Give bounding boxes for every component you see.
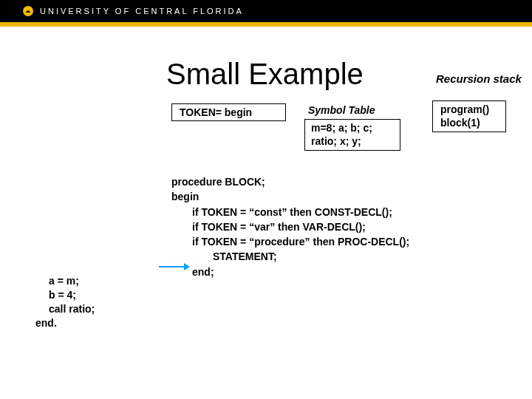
procedure-block-code: procedure BLOCK; begin if TOKEN = “const…	[171, 174, 409, 279]
code-line: if TOKEN = “const” then CONST-DECL();	[171, 205, 409, 219]
code-line: procedure BLOCK;	[171, 174, 409, 189]
code-line: b = 4;	[35, 288, 95, 302]
arrow-icon	[159, 263, 190, 270]
recursion-stack-box: program() block(1)	[432, 100, 506, 132]
stack-line-1: program()	[440, 103, 498, 117]
university-name: UNIVERSITY OF CENTRAL FLORIDA	[40, 7, 244, 16]
code-line: begin	[171, 189, 409, 204]
code-line: call ratio;	[35, 302, 95, 316]
pegasus-logo-icon	[22, 5, 34, 17]
symbol-line-2: ratio; x; y;	[311, 135, 394, 149]
code-line: a = m;	[35, 274, 95, 288]
slide-title: Small Example	[166, 58, 364, 91]
code-line: if TOKEN = “var” then VAR-DECL();	[171, 219, 409, 234]
header-bar: UNIVERSITY OF CENTRAL FLORIDA	[0, 0, 532, 22]
symbol-line-1: m=8; a; b; c;	[311, 122, 394, 135]
sample-program-code: a = m; b = 4; call ratio; end.	[35, 274, 95, 330]
code-line: end.	[35, 316, 95, 330]
slide-content: Small Example Recursion stack TOKEN= beg…	[0, 27, 532, 399]
code-line: if TOKEN = “procedure” then PROC-DECL();	[171, 234, 409, 249]
symbol-table-label: Symbol Table	[308, 104, 375, 116]
symbol-table-box: m=8; a; b; c; ratio; x; y;	[304, 119, 400, 151]
stack-line-2: block(1)	[440, 117, 498, 130]
token-box: TOKEN= begin	[171, 103, 286, 121]
code-line: STATEMENT;	[171, 249, 409, 264]
recursion-stack-label: Recursion stack	[436, 72, 522, 85]
code-line: end;	[171, 265, 409, 279]
